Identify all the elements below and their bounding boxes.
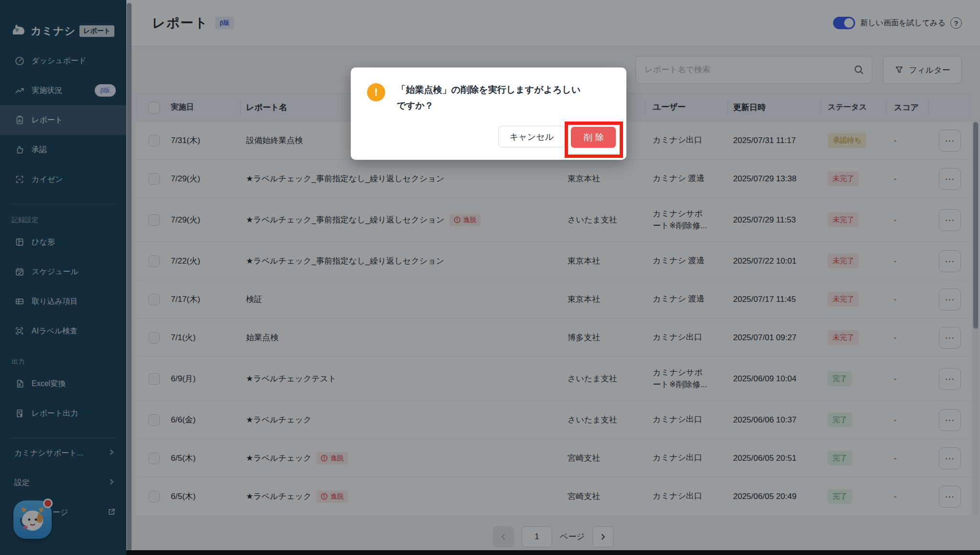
app-window: カミナシ レポート ダッシュボード実施状況β版レポート承認カイゼン記録設定ひな形… — [0, 0, 980, 555]
delete-confirm-dialog: ! 「始業点検」の削除を実行しますがよろしい ですか？ キャンセル 削除 — [351, 67, 626, 160]
cancel-button[interactable]: キャンセル — [498, 126, 565, 147]
window-bottom-edge — [126, 550, 980, 555]
dialog-message: 「始業点検」の削除を実行しますがよろしい ですか？ — [397, 82, 580, 114]
warning-icon: ! — [367, 83, 385, 101]
delete-button[interactable]: 削除 — [571, 127, 616, 148]
